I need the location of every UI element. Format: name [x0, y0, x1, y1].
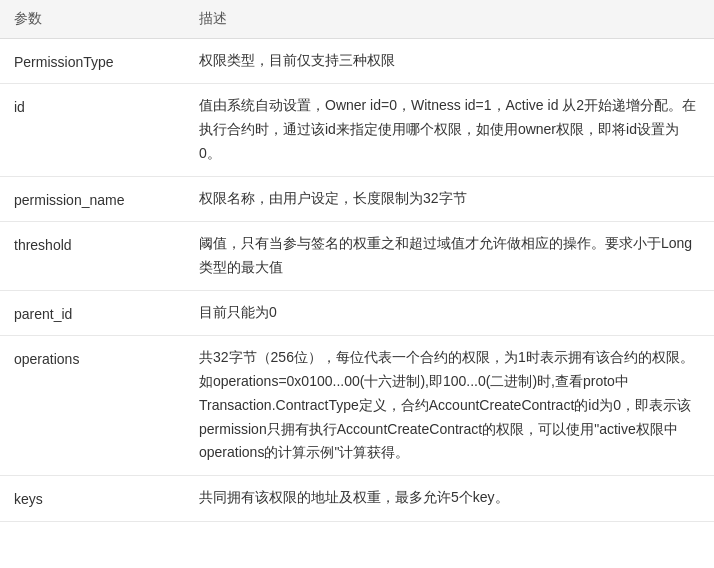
desc-cell: 值由系统自动设置，Owner id=0，Witness id=1，Active … [185, 84, 714, 176]
table-row: keys共同拥有该权限的地址及权重，最多允许5个key。 [0, 476, 714, 521]
table-row: id值由系统自动设置，Owner id=0，Witness id=1，Activ… [0, 84, 714, 176]
desc-cell: 目前只能为0 [185, 290, 714, 335]
table-row: PermissionType权限类型，目前仅支持三种权限 [0, 39, 714, 84]
desc-cell: 权限名称，由用户设定，长度限制为32字节 [185, 176, 714, 221]
table-row: operations共32字节（256位），每位代表一个合约的权限，为1时表示拥… [0, 336, 714, 476]
param-cell: operations [0, 336, 185, 476]
param-cell: threshold [0, 222, 185, 291]
params-table: 参数 描述 PermissionType权限类型，目前仅支持三种权限id值由系统… [0, 0, 714, 522]
table-row: permission_name权限名称，由用户设定，长度限制为32字节 [0, 176, 714, 221]
main-container: 参数 描述 PermissionType权限类型，目前仅支持三种权限id值由系统… [0, 0, 714, 568]
desc-cell: 共32字节（256位），每位代表一个合约的权限，为1时表示拥有该合约的权限。如o… [185, 336, 714, 476]
table-row: parent_id目前只能为0 [0, 290, 714, 335]
table-header-row: 参数 描述 [0, 0, 714, 39]
desc-cell: 共同拥有该权限的地址及权重，最多允许5个key。 [185, 476, 714, 521]
desc-cell: 阈值，只有当参与签名的权重之和超过域值才允许做相应的操作。要求小于Long类型的… [185, 222, 714, 291]
param-cell: PermissionType [0, 39, 185, 84]
table-row: threshold阈值，只有当参与签名的权重之和超过域值才允许做相应的操作。要求… [0, 222, 714, 291]
param-cell: id [0, 84, 185, 176]
col-header-desc: 描述 [185, 0, 714, 39]
param-cell: permission_name [0, 176, 185, 221]
col-header-param: 参数 [0, 0, 185, 39]
param-cell: keys [0, 476, 185, 521]
desc-cell: 权限类型，目前仅支持三种权限 [185, 39, 714, 84]
param-cell: parent_id [0, 290, 185, 335]
